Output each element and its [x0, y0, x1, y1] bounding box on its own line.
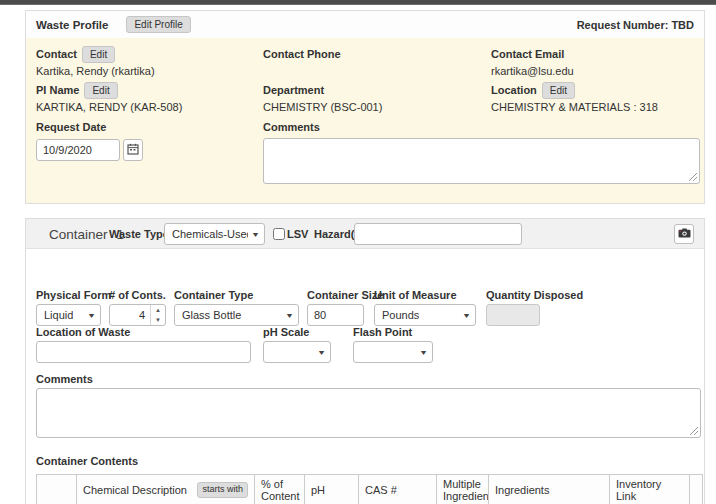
container-title-text: Container	[49, 226, 108, 241]
window-top-bar	[0, 0, 716, 5]
waste-profile-title: Waste Profile	[36, 19, 108, 31]
container-type-label: Container Type	[174, 289, 299, 301]
location-of-waste-label: Location of Waste	[36, 326, 251, 338]
stepper-arrows: ▲ ▼	[150, 305, 165, 325]
waste-profile-header: Waste Profile Edit Profile Request Numbe…	[26, 11, 704, 38]
request-number: Request Number: TBD	[577, 19, 694, 31]
table-header-row: Chemical Description starts with % of Co…	[37, 475, 703, 504]
location-field: Location Edit CHEMISTRY & MATERIALS : 31…	[491, 82, 658, 113]
container-type-value: Glass Bottle	[182, 309, 241, 321]
flash-point-label: Flash Point	[353, 326, 433, 338]
chevron-down-icon: ▼	[419, 349, 428, 356]
num-conts-label: # of Conts.	[109, 289, 166, 301]
calendar-button[interactable]	[123, 139, 143, 161]
lsv-checkbox-group: LSV	[273, 228, 308, 240]
location-of-waste-field: Location of Waste	[36, 326, 251, 363]
container-type-field: Container Type Glass Bottle ▼	[174, 289, 299, 326]
resize-grip-icon[interactable]	[688, 172, 697, 181]
container-comments-label: Comments	[36, 373, 93, 385]
col-select	[37, 475, 77, 504]
contact-email-value: rkartika@lsu.edu	[491, 65, 574, 77]
contact-value: Kartika, Rendy (rkartika)	[36, 65, 155, 77]
container-body: Physical Form Liquid ▼ # of Conts. 4 ▲ ▼…	[26, 249, 704, 504]
location-edit-button[interactable]: Edit	[542, 82, 575, 99]
flash-point-select[interactable]: ▼	[353, 341, 433, 363]
contact-field: Contact Edit Kartika, Rendy (rkartika)	[36, 46, 155, 77]
waste-type-value: Chemicals-Used	[172, 228, 248, 240]
contact-phone-field: Contact Phone	[263, 46, 341, 65]
pi-name-label: PI Name	[36, 84, 79, 96]
stepper-down-icon[interactable]: ▼	[151, 315, 165, 325]
ph-scale-field: pH Scale ▼	[263, 326, 331, 363]
stepper-up-icon[interactable]: ▲	[151, 305, 165, 315]
container-header: Container1 Waste Type Chemicals-Used ▼ L…	[26, 219, 704, 249]
container-contents-title: Container Contents	[36, 455, 138, 467]
lsv-label: LSV	[287, 228, 308, 240]
col-cas: CAS #	[359, 475, 437, 504]
resize-grip-icon[interactable]	[689, 426, 698, 435]
col-percent-of-content: % of Content	[255, 475, 305, 504]
request-date-label: Request Date	[36, 121, 106, 133]
num-conts-value: 4	[110, 305, 150, 325]
request-date-input[interactable]	[36, 139, 120, 161]
department-value: CHEMISTRY (BSC-001)	[263, 101, 382, 113]
camera-button[interactable]	[674, 224, 694, 244]
chevron-down-icon: ▼	[317, 349, 326, 356]
container-panel: Container1 Waste Type Chemicals-Used ▼ L…	[25, 218, 705, 504]
calendar-icon	[127, 143, 139, 158]
chevron-down-icon: ▼	[462, 312, 471, 319]
pi-name-value: KARTIKA, RENDY (KAR-508)	[36, 101, 182, 113]
chevron-down-icon: ▼	[87, 312, 96, 319]
profile-comments-field: Comments	[263, 119, 700, 184]
quantity-disposed-input	[486, 304, 540, 326]
physical-form-label: Physical Form	[36, 289, 101, 301]
contact-email-field: Contact Email rkartika@lsu.edu	[491, 46, 574, 77]
contact-email-label: Contact Email	[491, 48, 564, 60]
col-ph: pH	[305, 475, 359, 504]
chevron-down-icon: ▼	[251, 230, 260, 237]
hazards-input[interactable]	[354, 223, 522, 245]
department-field: Department CHEMISTRY (BSC-001)	[263, 82, 382, 113]
location-of-waste-input[interactable]	[36, 341, 251, 363]
waste-profile-body: Contact Edit Kartika, Rendy (rkartika) C…	[26, 38, 704, 203]
profile-comments-textarea[interactable]	[263, 138, 700, 184]
unit-of-measure-select[interactable]: Pounds ▼	[374, 304, 476, 326]
num-conts-field: # of Conts. 4 ▲ ▼	[109, 289, 166, 326]
contact-phone-label: Contact Phone	[263, 48, 341, 60]
edit-profile-button[interactable]: Edit Profile	[126, 16, 190, 33]
container-comments-textarea[interactable]	[36, 388, 701, 438]
starts-with-button[interactable]: starts with	[197, 482, 248, 498]
unit-of-measure-label: Unit of Measure	[374, 289, 476, 301]
location-label: Location	[491, 84, 537, 96]
container-type-select[interactable]: Glass Bottle ▼	[174, 304, 299, 326]
quantity-disposed-field: Quantity Disposed	[486, 289, 540, 326]
quantity-disposed-label: Quantity Disposed	[486, 289, 540, 301]
container-size-field: Container Size	[307, 289, 364, 326]
request-date-field: Request Date	[36, 119, 143, 161]
lsv-checkbox[interactable]	[273, 228, 285, 240]
container-contents-table: Chemical Description starts with % of Co…	[36, 474, 703, 504]
contact-edit-button[interactable]: Edit	[82, 46, 115, 63]
physical-form-value: Liquid	[44, 309, 73, 321]
waste-type-select[interactable]: Chemicals-Used ▼	[164, 223, 265, 245]
col-ingredients: Ingredients	[489, 475, 610, 504]
unit-of-measure-value: Pounds	[382, 309, 419, 321]
pi-name-edit-button[interactable]: Edit	[84, 82, 117, 99]
num-conts-stepper[interactable]: 4 ▲ ▼	[109, 304, 166, 326]
ph-scale-label: pH Scale	[263, 326, 331, 338]
waste-profile-panel: Waste Profile Edit Profile Request Numbe…	[25, 10, 705, 204]
profile-comments-label: Comments	[263, 121, 320, 133]
contact-label: Contact	[36, 48, 77, 60]
ph-scale-select[interactable]: ▼	[263, 341, 331, 363]
location-value: CHEMISTRY & MATERIALS : 318	[491, 101, 658, 113]
col-chemical-description: Chemical Description starts with	[77, 475, 255, 504]
container-size-input[interactable]	[307, 304, 364, 326]
unit-of-measure-field: Unit of Measure Pounds ▼	[374, 289, 476, 326]
camera-icon	[678, 226, 691, 241]
col-inventory-link: Inventory Link	[610, 475, 690, 504]
chevron-down-icon: ▼	[285, 312, 294, 319]
physical-form-field: Physical Form Liquid ▼	[36, 289, 101, 326]
waste-type-label: Waste Type	[109, 228, 169, 240]
physical-form-select[interactable]: Liquid ▼	[36, 304, 101, 326]
department-label: Department	[263, 84, 324, 96]
